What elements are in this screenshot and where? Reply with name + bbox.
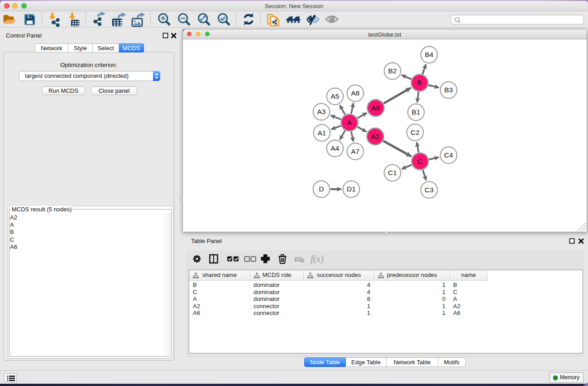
svg-text:C: C: [417, 157, 422, 165]
svg-text:A5: A5: [331, 92, 339, 100]
svg-text:D1: D1: [347, 185, 356, 193]
svg-text:A8: A8: [351, 89, 360, 97]
svg-text:B: B: [417, 79, 422, 86]
svg-text:A6: A6: [372, 104, 380, 112]
svg-text:A4: A4: [331, 144, 339, 152]
svg-text:D: D: [319, 185, 324, 193]
svg-text:C1: C1: [388, 169, 397, 176]
svg-text:C4: C4: [444, 151, 453, 159]
svg-text:C2: C2: [411, 129, 420, 136]
svg-text:f(x): f(x): [311, 253, 324, 264]
svg-text:B4: B4: [425, 51, 434, 58]
svg-text:B1: B1: [412, 108, 421, 116]
svg-text:B2: B2: [388, 67, 397, 75]
svg-text:A1: A1: [318, 129, 326, 137]
svg-text:C3: C3: [425, 186, 434, 194]
svg-text:A: A: [347, 119, 352, 126]
svg-text:A2: A2: [371, 133, 380, 140]
svg-text:A3: A3: [317, 108, 326, 115]
svg-text:A7: A7: [351, 148, 360, 155]
svg-text:B3: B3: [445, 86, 453, 94]
